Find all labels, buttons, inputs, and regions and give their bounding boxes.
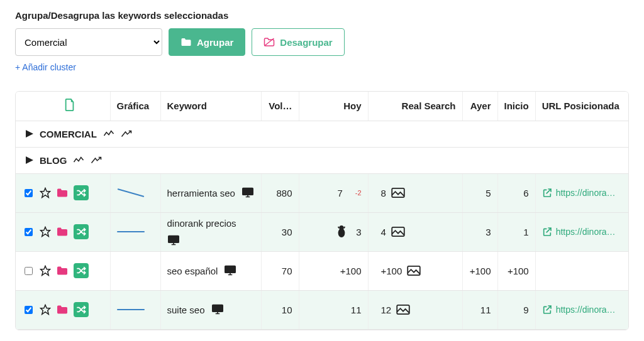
url-link[interactable]: https://dinora… xyxy=(556,227,616,237)
sparkline-icon xyxy=(117,309,145,310)
expand-arrow-icon[interactable] xyxy=(26,130,33,138)
delta-value: -2 xyxy=(355,189,362,197)
svg-rect-7 xyxy=(168,235,178,242)
hoy-value: 3 xyxy=(356,227,361,237)
url-link[interactable]: https://dinora… xyxy=(556,188,616,198)
vol-value: 70 xyxy=(261,251,299,290)
vol-value: 30 xyxy=(261,212,299,251)
star-icon[interactable] xyxy=(40,187,51,198)
vol-value: 880 xyxy=(261,173,299,212)
svg-marker-6 xyxy=(41,227,50,237)
table-row: seo español 70 +100 +100 +100 +100 xyxy=(16,251,628,290)
col-header-keyword[interactable]: Keyword xyxy=(160,92,261,121)
keyword-text[interactable]: seo español xyxy=(167,266,218,276)
hoy-value: 11 xyxy=(351,305,362,315)
sparkline-icon xyxy=(117,188,144,197)
expand-arrow-icon[interactable] xyxy=(26,156,33,164)
monitor-icon xyxy=(242,187,254,198)
inicio-value: 1 xyxy=(497,212,535,251)
svg-rect-12 xyxy=(225,266,235,273)
col-header-realsearch[interactable]: Real Search xyxy=(368,92,462,121)
real-value: +100 xyxy=(381,266,402,276)
trend-up-icon[interactable] xyxy=(121,129,132,138)
col-header-hoy[interactable]: Hoy xyxy=(299,92,368,121)
svg-marker-11 xyxy=(41,266,50,276)
star-icon[interactable] xyxy=(40,304,51,315)
trend-up-icon[interactable] xyxy=(91,156,102,165)
folder-icon xyxy=(180,37,192,47)
svg-point-9 xyxy=(340,225,344,230)
image-icon xyxy=(407,266,421,276)
ayer-value: 5 xyxy=(462,173,497,212)
page-title: Agrupa/Desagrupa las keywords selecciona… xyxy=(15,10,629,21)
keyword-text[interactable]: dinorank precios xyxy=(167,218,236,229)
shuffle-icon[interactable] xyxy=(74,302,89,317)
keyword-text[interactable]: herramienta seo xyxy=(167,188,235,198)
svg-marker-3 xyxy=(41,188,50,198)
inicio-value: +100 xyxy=(497,251,535,290)
svg-rect-4 xyxy=(243,188,253,195)
col-header-grafica[interactable]: Gráfica xyxy=(110,92,160,121)
svg-marker-2 xyxy=(26,156,33,164)
real-value: 4 xyxy=(381,227,386,237)
keyword-text[interactable]: suite seo xyxy=(167,305,205,315)
real-value: 12 xyxy=(381,305,392,315)
col-header-ayer[interactable]: Ayer xyxy=(462,92,497,121)
inicio-value: 9 xyxy=(497,290,535,329)
ayer-value: +100 xyxy=(462,251,497,290)
table-row: herramienta seo 880 7-2 8 5 6 https://di… xyxy=(16,173,628,212)
inicio-value: 6 xyxy=(497,173,535,212)
image-icon xyxy=(391,227,405,237)
col-header-url[interactable]: URL Posicionada xyxy=(535,92,628,121)
star-icon[interactable] xyxy=(40,226,51,237)
shuffle-icon[interactable] xyxy=(74,263,89,278)
group-name[interactable]: BLOG xyxy=(40,155,67,166)
url-link[interactable]: https://dinora… xyxy=(556,305,616,315)
external-link-icon[interactable] xyxy=(542,188,552,198)
ayer-value: 11 xyxy=(462,290,497,329)
document-icon[interactable] xyxy=(64,99,75,111)
desagrupar-button[interactable]: Desagrupar xyxy=(252,28,344,56)
table-row: suite seo 10 11 12 11 9 https://dinora… xyxy=(16,290,628,329)
trend-icon[interactable] xyxy=(103,129,114,138)
creature-icon xyxy=(336,225,347,239)
agrupar-label: Agrupar xyxy=(197,37,233,48)
image-icon xyxy=(391,188,405,198)
external-link-icon[interactable] xyxy=(542,227,552,237)
row-checkbox[interactable] xyxy=(25,306,33,314)
vol-value: 10 xyxy=(261,290,299,329)
sparkline-icon xyxy=(117,231,145,232)
monitor-icon xyxy=(224,265,236,276)
folder-off-icon xyxy=(264,37,275,47)
svg-rect-15 xyxy=(212,305,222,312)
controls-row: Comercial Agrupar Desagrupar xyxy=(15,28,629,56)
hoy-value: +100 xyxy=(340,266,362,276)
folder-icon[interactable] xyxy=(56,266,69,276)
agrupar-button[interactable]: Agrupar xyxy=(169,28,245,56)
row-checkbox[interactable] xyxy=(25,189,33,197)
monitor-icon xyxy=(167,235,180,246)
monitor-icon xyxy=(211,304,224,315)
row-checkbox[interactable] xyxy=(25,267,33,275)
col-header-volumen[interactable]: Vol… xyxy=(261,92,299,121)
image-icon xyxy=(396,305,410,315)
trend-icon[interactable] xyxy=(73,156,84,165)
group-name[interactable]: COMERCIAL xyxy=(40,129,97,139)
folder-icon[interactable] xyxy=(56,227,69,237)
shuffle-icon[interactable] xyxy=(74,224,89,239)
table-row: dinorank precios 30 3 4 3 1 https://dino… xyxy=(16,212,628,251)
svg-marker-1 xyxy=(26,130,33,138)
folder-icon[interactable] xyxy=(56,305,69,315)
external-link-icon[interactable] xyxy=(542,305,552,315)
hoy-value: 7 xyxy=(337,188,342,198)
col-header-inicio[interactable]: Inicio xyxy=(497,92,535,121)
keywords-table: Gráfica Keyword Vol… Hoy Real Search Aye… xyxy=(15,91,629,330)
shuffle-icon[interactable] xyxy=(74,185,89,200)
ayer-value: 3 xyxy=(462,212,497,251)
folder-icon[interactable] xyxy=(56,188,69,198)
col-header-actions xyxy=(16,92,110,121)
cluster-select[interactable]: Comercial xyxy=(15,28,162,56)
add-cluster-link[interactable]: + Añadir cluster xyxy=(15,62,629,72)
row-checkbox[interactable] xyxy=(25,228,33,236)
star-icon[interactable] xyxy=(40,265,51,276)
